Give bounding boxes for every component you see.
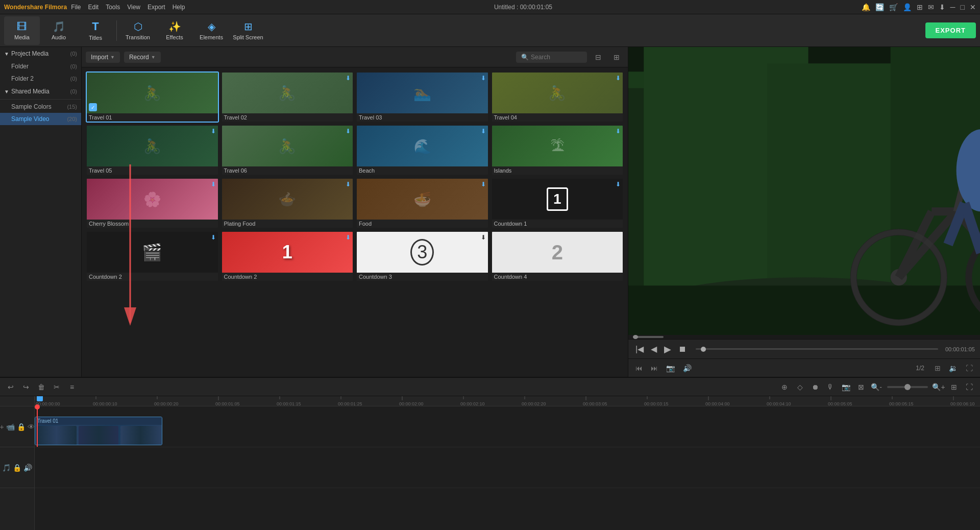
marker-button[interactable]: ◇: [793, 380, 806, 394]
scrubber-handle[interactable]: [633, 335, 638, 339]
media-item-travel06[interactable]: 🚴 ⬇ Travel 06: [221, 125, 354, 176]
fullscreen-button[interactable]: ⛶: [964, 363, 975, 373]
media-item-countdown1[interactable]: 1 ⬇ Countdown 1: [491, 178, 624, 229]
stop-button[interactable]: ⏹: [676, 344, 689, 355]
shared-media-arrow: ▼: [4, 89, 9, 94]
clip-settings-button[interactable]: ≡: [65, 380, 79, 394]
next-clip-button[interactable]: ⏭: [649, 363, 660, 373]
media-item-islands[interactable]: 🏝 ⬇ Islands: [491, 125, 624, 176]
video-track-eye-icon[interactable]: 👁: [28, 423, 35, 431]
zoom-slider[interactable]: [887, 386, 928, 388]
store-icon[interactable]: 🛒: [889, 3, 898, 11]
tool-transition[interactable]: ⬡ Transition: [120, 16, 156, 45]
media-item-food[interactable]: 🍜 ⬇ Food: [356, 178, 489, 229]
preview-panel: |◀ ◀ ▶ ⏹ 00:00:01:05 ⏮ ⏭ 📷 🔊 1/2 ⊞ 🔉 ⛶: [628, 47, 980, 377]
media-item-cherry-blossom[interactable]: 🌸 ⬇ Cherry Blossom: [86, 178, 219, 229]
record-button[interactable]: Record ▼: [124, 52, 161, 63]
menu-tools[interactable]: Tools: [106, 4, 120, 11]
voiceover-button[interactable]: 🎙: [824, 380, 837, 394]
prev-clip-button[interactable]: ⏮: [633, 363, 645, 373]
view-toggle-button[interactable]: ⊞: [609, 50, 624, 64]
media-thumb-countdown2a: 🎬 ⬇: [87, 232, 218, 273]
media-item-travel04[interactable]: 🚴 ⬇ Travel 04: [491, 71, 624, 123]
notification-icon[interactable]: 🔔: [862, 3, 870, 11]
media-item-travel01[interactable]: 🚴 ✓ Travel 01: [86, 71, 219, 123]
video-track-add-icon[interactable]: +: [0, 423, 4, 431]
media-item-travel02[interactable]: 🚴 ⬇ Travel 02: [221, 71, 354, 123]
volume-slider-btn[interactable]: 🔉: [947, 363, 960, 373]
zoom-out-button[interactable]: 🔍-: [870, 380, 883, 394]
download-icon-countdown3: ⬇: [481, 234, 486, 241]
audio-track-mute-icon[interactable]: 🔊: [23, 464, 32, 472]
scrubber-dot[interactable]: [701, 347, 706, 352]
cut-button[interactable]: ✂: [50, 380, 63, 394]
sidebar-project-media-header[interactable]: ▼Project Media (0): [0, 47, 81, 60]
export-button[interactable]: EXPORT: [925, 22, 976, 38]
minimize-button[interactable]: ─: [950, 3, 955, 11]
media-item-beach[interactable]: 🌊 ⬇ Beach: [356, 125, 489, 176]
volume-button[interactable]: 🔊: [681, 363, 694, 373]
menu-file[interactable]: File: [71, 4, 81, 11]
menu-export[interactable]: Export: [148, 4, 165, 11]
preview-timeline-scrubber[interactable]: [696, 348, 938, 350]
svg-text:00:00:02:00: 00:00:02:00: [399, 401, 424, 406]
ruler-svg: 00:00:00:00 00:00:00:10 00:00:00:20 00:0…: [35, 396, 980, 406]
record-timeline-button[interactable]: ⏺: [808, 380, 822, 394]
tool-elements[interactable]: ◈ Elements: [193, 16, 229, 45]
snapshot-button[interactable]: 📷: [664, 363, 677, 373]
media-thumb-travel02: 🚴 ⬇: [222, 73, 353, 113]
refresh-icon[interactable]: 🔄: [875, 3, 884, 11]
tool-audio[interactable]: 🎵 Audio: [41, 16, 77, 45]
audio-track-lock-icon[interactable]: 🔒: [13, 464, 21, 472]
download-icon[interactable]: ⬇: [939, 3, 945, 11]
sidebar-shared-media-header[interactable]: ▼Shared Media (0): [0, 85, 81, 98]
search-input[interactable]: [531, 54, 582, 61]
add-media-button[interactable]: ⊕: [778, 380, 791, 394]
media-item-travel05[interactable]: 🚴 ⬇ Travel 05: [86, 125, 219, 176]
fullscreen-timeline-button[interactable]: ⛶: [963, 380, 976, 394]
layout-icon[interactable]: ⊞: [917, 3, 923, 11]
sidebar-item-sample-video[interactable]: Sample Video (20): [0, 113, 81, 125]
import-button[interactable]: Import ▼: [86, 52, 120, 63]
download-icon-travel06: ⬇: [346, 128, 351, 135]
video-track-lock-icon[interactable]: 🔒: [17, 423, 26, 431]
redo-button[interactable]: ↪: [19, 380, 33, 394]
search-box[interactable]: 🔍: [516, 52, 587, 63]
menu-edit[interactable]: Edit: [88, 4, 99, 11]
tool-media[interactable]: 🎞 Media: [4, 16, 40, 45]
fit-timeline-button[interactable]: ⊞: [947, 380, 961, 394]
tool-titles[interactable]: T Titles: [78, 16, 113, 45]
media-item-countdown3[interactable]: 3 ⬇ Countdown 3: [356, 231, 489, 282]
tool-splitscreen[interactable]: ⊞ Split Screen: [230, 16, 266, 45]
delete-button[interactable]: 🗑: [35, 380, 48, 394]
media-item-countdown2a[interactable]: 🎬 ⬇ Countdown 2: [86, 231, 219, 282]
media-item-travel03[interactable]: 🏊 ⬇ Travel 03: [356, 71, 489, 123]
media-item-plating-food[interactable]: 🍲 ⬇ Plating Food: [221, 178, 354, 229]
undo-button[interactable]: ↩: [4, 380, 17, 394]
video-track-area[interactable]: Travel 01: [35, 406, 980, 447]
scene-detect-button[interactable]: ⊠: [854, 380, 868, 394]
video-clip-travel01[interactable]: Travel 01: [35, 417, 162, 445]
sidebar-item-folder[interactable]: Folder (0): [0, 60, 81, 73]
media-item-countdown2b[interactable]: 1 ⬇ Countdown 2: [221, 231, 354, 282]
go-start-button[interactable]: |◀: [633, 343, 646, 355]
maximize-button[interactable]: □: [961, 3, 965, 11]
menu-view[interactable]: View: [127, 4, 140, 11]
account-icon[interactable]: 👤: [903, 3, 912, 11]
camera-button[interactable]: 📷: [839, 380, 852, 394]
sidebar-item-sample-colors[interactable]: Sample Colors (15): [0, 101, 81, 113]
media-item-countdown4[interactable]: 2 Countdown 4: [491, 231, 624, 282]
tool-effects[interactable]: ✨ Effects: [157, 16, 192, 45]
zoom-in-button[interactable]: 🔍+: [932, 380, 945, 394]
menu-help[interactable]: Help: [173, 4, 185, 11]
play-button[interactable]: ▶: [662, 343, 673, 356]
preview-scrubber-bar[interactable]: [628, 335, 980, 339]
close-button[interactable]: ✕: [970, 3, 976, 11]
email-icon[interactable]: ✉: [928, 3, 934, 11]
record-dropdown-arrow: ▼: [151, 55, 156, 60]
prev-frame-button[interactable]: ◀: [649, 343, 659, 355]
sidebar-item-folder2[interactable]: Folder 2 (0): [0, 73, 81, 85]
film-icon-travel04: 🚴: [548, 85, 566, 102]
filter-button[interactable]: ⊟: [591, 50, 605, 64]
fit-button[interactable]: ⊞: [933, 363, 943, 373]
